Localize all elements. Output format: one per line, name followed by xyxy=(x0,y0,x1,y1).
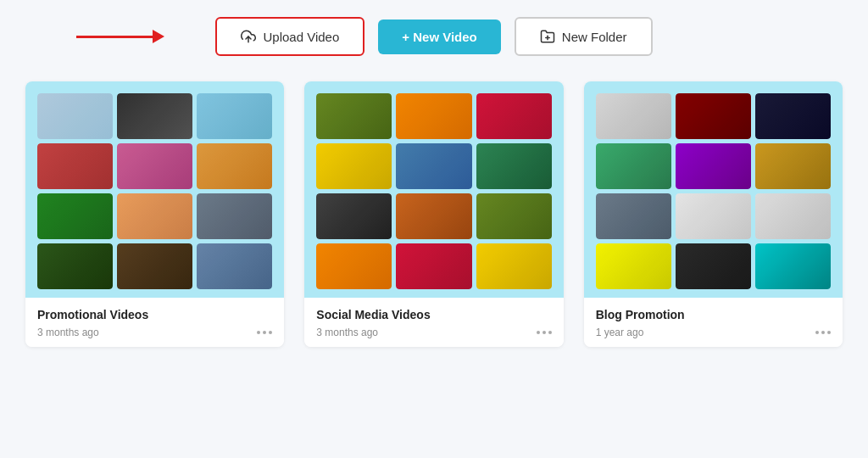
thumbnail-image xyxy=(316,193,392,239)
thumbnail-image xyxy=(37,243,113,289)
thumbnail-image xyxy=(755,243,831,289)
thumbnail-image xyxy=(37,93,113,139)
thumbnail-image xyxy=(476,243,552,289)
thumbnail-image xyxy=(396,193,471,239)
thumbnail-image xyxy=(755,143,831,189)
new-folder-button[interactable]: New Folder xyxy=(515,17,653,56)
folder-options-button[interactable] xyxy=(257,331,272,334)
thumbnail-image xyxy=(476,93,552,139)
thumbnail xyxy=(476,193,552,239)
thumbnail xyxy=(396,143,471,189)
folder-date: 3 months ago xyxy=(37,327,99,338)
thumbnail xyxy=(676,243,751,289)
folder-name: Blog Promotion xyxy=(596,308,831,321)
folder-card-0: Promotional Videos3 months ago xyxy=(25,81,284,347)
thumbnail xyxy=(676,143,751,189)
thumbnail-image xyxy=(316,93,392,139)
thumbnail-image xyxy=(197,143,272,189)
thumbnail-image xyxy=(676,93,751,139)
thumbnail-image xyxy=(755,93,831,139)
thumbnail-image xyxy=(117,93,192,139)
thumbnail-image xyxy=(476,193,552,239)
folder-date: 3 months ago xyxy=(316,327,378,338)
thumbnail xyxy=(476,143,552,189)
dot xyxy=(537,331,540,334)
folder-name: Promotional Videos xyxy=(37,308,272,321)
thumbnail xyxy=(197,243,272,289)
thumbnail xyxy=(596,243,671,289)
arrow-indicator xyxy=(76,30,164,43)
folder-body-2 xyxy=(584,81,843,298)
thumbnail xyxy=(117,143,192,189)
thumbnail xyxy=(596,93,671,139)
thumbnails-0 xyxy=(37,93,272,289)
thumbnail xyxy=(596,143,671,189)
thumbnail-image xyxy=(37,193,113,239)
folder-tab xyxy=(504,81,538,83)
dot xyxy=(542,331,546,334)
thumbnail-image xyxy=(676,143,751,189)
folder-grid: Promotional Videos3 months agoSocial Med… xyxy=(25,81,843,347)
thumbnail xyxy=(396,243,471,289)
thumbnail xyxy=(197,143,272,189)
toolbar: Upload Video + New Video New Folder xyxy=(25,17,843,56)
folder-meta: 3 months ago xyxy=(316,327,551,338)
thumbnail-image xyxy=(396,93,471,139)
dot xyxy=(827,331,831,334)
thumbnail xyxy=(117,93,192,139)
thumbnail xyxy=(396,193,471,239)
thumbnail xyxy=(316,193,392,239)
thumbnail-image xyxy=(476,143,552,189)
upload-icon xyxy=(241,29,256,44)
thumbnail xyxy=(676,193,751,239)
folder-tab xyxy=(783,81,817,83)
folder-footer-2: Blog Promotion1 year ago xyxy=(584,298,843,347)
thumbnail xyxy=(37,143,113,189)
thumbnail xyxy=(476,243,552,289)
folder-card-1: Social Media Videos3 months ago xyxy=(304,81,563,347)
upload-video-label: Upload Video xyxy=(263,30,339,44)
folder-footer-0: Promotional Videos3 months ago xyxy=(25,298,284,347)
dot xyxy=(257,331,260,334)
thumbnail xyxy=(316,143,392,189)
thumbnail xyxy=(755,243,831,289)
thumbnail xyxy=(37,93,113,139)
thumbnail xyxy=(596,193,671,239)
thumbnail xyxy=(476,93,552,139)
thumbnail xyxy=(396,93,471,139)
dot xyxy=(821,331,825,334)
folder-options-button[interactable] xyxy=(815,331,831,334)
thumbnail xyxy=(755,193,831,239)
thumbnail-image xyxy=(316,243,392,289)
dot xyxy=(815,331,819,334)
thumbnail xyxy=(117,193,192,239)
thumbnail-image xyxy=(117,193,192,239)
thumbnail xyxy=(37,243,113,289)
folder-options-button[interactable] xyxy=(537,331,552,334)
folder-date: 1 year ago xyxy=(596,327,644,338)
thumbnail-image xyxy=(676,193,751,239)
thumbnails-2 xyxy=(596,93,831,289)
thumbnail-image xyxy=(676,243,751,289)
arrow-head xyxy=(153,30,164,43)
thumbnail-image xyxy=(197,193,272,239)
upload-video-button[interactable]: Upload Video xyxy=(215,17,364,56)
thumbnail-image xyxy=(316,143,392,189)
folder-card-2: Blog Promotion1 year ago xyxy=(584,81,843,347)
new-video-label: + New Video xyxy=(402,30,477,44)
dot xyxy=(263,331,266,334)
thumbnail-image xyxy=(596,93,671,139)
thumbnail-image xyxy=(596,193,671,239)
thumbnail xyxy=(197,193,272,239)
thumbnail-image xyxy=(755,193,831,239)
thumbnail xyxy=(197,93,272,139)
thumbnail-image xyxy=(197,93,272,139)
folder-body-1 xyxy=(304,81,563,298)
folder-tab xyxy=(225,81,259,83)
thumbnail-image xyxy=(117,143,192,189)
thumbnail xyxy=(117,243,192,289)
thumbnail xyxy=(316,93,392,139)
new-video-button[interactable]: + New Video xyxy=(378,20,501,54)
thumbnail xyxy=(755,143,831,189)
dot xyxy=(269,331,272,334)
